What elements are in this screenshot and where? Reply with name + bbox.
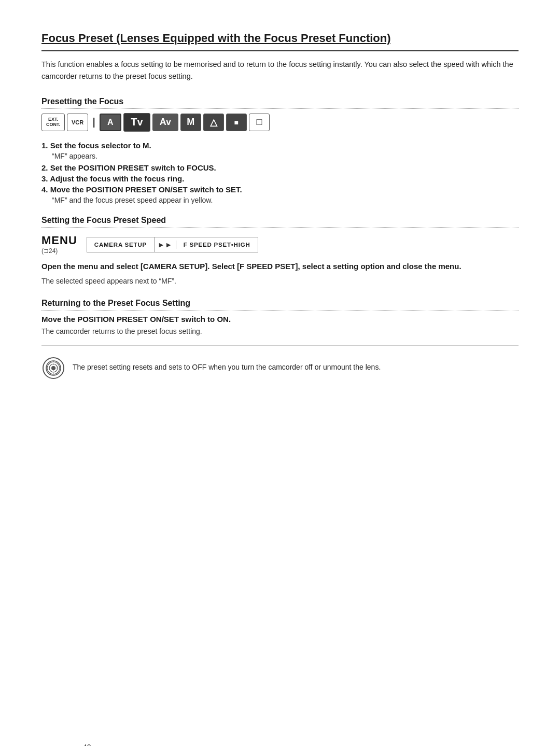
menu-page-ref: (⊐24) xyxy=(41,247,58,255)
speed-label: F SPEED PSET•HIGH xyxy=(176,237,258,252)
speed-section: Setting the Focus Preset Speed MENU (⊐24… xyxy=(41,216,519,287)
menu-arrow-icon: ►► xyxy=(155,241,176,249)
mode-btn-m[interactable]: M xyxy=(180,114,201,131)
presetting-section-title: Presetting the Focus xyxy=(41,97,519,109)
menu-box: CAMERA SETUP ►► F SPEED PSET•HIGH xyxy=(87,237,258,252)
pipe-divider: | xyxy=(92,116,95,128)
move-preset-text: The camcorder returns to the preset focu… xyxy=(41,326,519,337)
mode-btn-scene1[interactable]: △ xyxy=(203,114,224,131)
move-preset-title: Move the POSITION PRESET ON/SET switch t… xyxy=(41,315,519,323)
note-row: The preset setting resets and sets to OF… xyxy=(41,353,519,380)
presetting-section: Presetting the Focus EXT.CONT. VCR | A T… xyxy=(41,97,519,204)
menu-row: MENU (⊐24) CAMERA SETUP ►► F SPEED PSET•… xyxy=(41,235,519,255)
mode-btn-av[interactable]: Av xyxy=(152,114,178,131)
mode-btn-vcr[interactable]: VCR xyxy=(67,114,88,131)
speed-instruction-normal: The selected speed appears next to “MF”. xyxy=(41,275,519,287)
speed-section-title: Setting the Focus Preset Speed xyxy=(41,216,519,228)
camera-setup-label: CAMERA SETUP xyxy=(87,237,155,252)
menu-word: MENU xyxy=(41,235,77,246)
returning-section: Returning to the Preset Focus Setting Mo… xyxy=(41,299,519,380)
speed-instruction-bold: Open the menu and select [CAMERA SETUP].… xyxy=(41,261,519,273)
menu-label: MENU (⊐24) xyxy=(41,235,77,255)
returning-section-title: Returning to the Preset Focus Setting xyxy=(41,299,519,311)
page-title: Focus Preset (Lenses Equipped with the F… xyxy=(41,31,519,51)
presetting-steps: 1. Set the focus selector to M. “MF” app… xyxy=(41,141,519,204)
step-2: 2. Set the POSITION PRESET switch to FOC… xyxy=(41,163,519,172)
page-number: 40 xyxy=(83,743,91,746)
mode-btn-rect[interactable]: □ xyxy=(249,114,270,131)
intro-text: This function enables a focus setting to… xyxy=(41,59,519,82)
step-3: 3. Adjust the focus with the focus ring. xyxy=(41,174,519,183)
divider xyxy=(41,345,519,346)
mode-btn-ext-cont[interactable]: EXT.CONT. xyxy=(41,114,65,131)
step-4: 4. Move the POSITION PRESET ON/SET switc… xyxy=(41,185,519,194)
mode-btn-scene2[interactable]: ■ xyxy=(226,114,247,131)
step-4-sub: “MF” and the focus preset speed appear i… xyxy=(41,196,519,204)
note-text: The preset setting resets and sets to OF… xyxy=(73,356,381,373)
mode-buttons-row: EXT.CONT. VCR | A Tv Av M xyxy=(41,113,519,132)
step-1: 1. Set the focus selector to M. xyxy=(41,141,519,150)
mode-btn-tv[interactable]: Tv xyxy=(123,113,150,132)
step-1-sub: “MF” appears. xyxy=(41,152,519,160)
mode-btn-auto[interactable]: A xyxy=(100,114,121,131)
note-icon xyxy=(41,356,65,380)
